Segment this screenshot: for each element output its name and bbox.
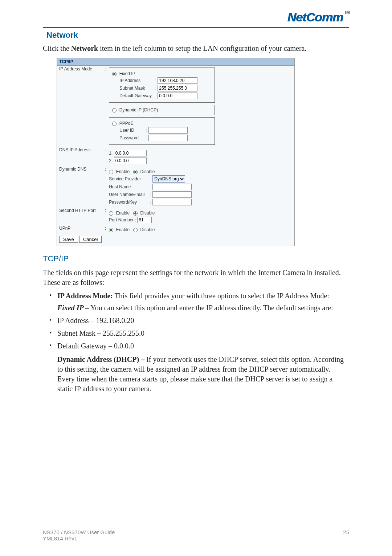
upnp-disable-radio[interactable]: [133, 228, 138, 232]
dns-label: DNS IP Address: [57, 147, 103, 166]
bullet-ip-mode-bold: IP Address Mode:: [57, 292, 113, 300]
http2-enable-radio[interactable]: [109, 211, 113, 216]
dns2-num: 2.: [109, 158, 113, 163]
header-rule: [43, 27, 349, 28]
heading-tcpip: TCP/IP: [43, 254, 349, 263]
http2-disable-radio[interactable]: [133, 211, 138, 216]
http2-enable-label: Enable: [116, 210, 130, 216]
page-number: 25: [343, 529, 349, 535]
ddns-disable-label: Disable: [140, 169, 155, 174]
default-gateway-label: Default Gateway: [119, 93, 154, 98]
ddns-key-label: Password/Key: [109, 200, 149, 205]
bullet-gateway: Default Gateway – 0.0.0.0 Dynamic Addres…: [48, 341, 349, 394]
dns1-input[interactable]: [114, 150, 147, 156]
dns1-num: 1.: [109, 151, 113, 156]
bullet-ipaddr: IP Address – 192.168.0.20: [48, 316, 349, 326]
intro-prefix: Click the: [43, 44, 71, 52]
ddns-sp-select[interactable]: DynDNS.org: [152, 175, 185, 183]
pppoe-password-label: Password: [119, 135, 145, 140]
tab-tcpip[interactable]: TCP/IP: [57, 58, 294, 66]
bullet-ip-mode-text: This field provides your with three opti…: [113, 292, 329, 300]
pppoe-userid-input[interactable]: [148, 127, 188, 134]
fixed-ip-panel: Fixed IP IP Address : Subnet Mask :: [109, 68, 215, 103]
bullet-dhcp-bold: Dynamic Address (DHCP) –: [57, 355, 144, 363]
tcpip-intro: The fields on this page represent the se…: [43, 268, 349, 287]
pppoe-radio[interactable]: [112, 122, 117, 126]
intro-bold: Network: [71, 44, 98, 52]
bullet-fixedip-bold: Fixed IP –: [57, 304, 89, 312]
page-footer: 25 NS370 / NS370W User Guide YML814 Rev1: [43, 526, 349, 541]
upnp-enable-label: Enable: [116, 227, 130, 232]
ddns-enable-radio[interactable]: [109, 170, 113, 174]
fixed-ip-radio-label: Fixed IP: [119, 71, 135, 76]
tcpip-bullets: IP Address Mode: This field provides you…: [48, 291, 349, 394]
dhcp-radio[interactable]: [112, 108, 117, 113]
dhcp-panel: Dynamic IP (DHCP): [109, 105, 215, 115]
ddns-sp-label: Service Provider: [109, 176, 149, 181]
intro-suffix: item in the left column to setup the LAN…: [98, 44, 306, 52]
heading-network: Network: [46, 30, 349, 40]
ddns-disable-radio[interactable]: [133, 170, 138, 174]
brand-name: NetComm: [287, 10, 343, 24]
bullet-fixedip-text: You can select this option and enter the…: [89, 304, 333, 312]
ip-address-label: IP Address: [119, 78, 154, 83]
pppoe-password-input[interactable]: [148, 135, 188, 141]
ddns-host-input[interactable]: [152, 184, 192, 190]
ddns-key-input[interactable]: [152, 199, 192, 205]
ip-mode-label: IP Address Mode: [57, 66, 103, 147]
config-screenshot: TCP/IP IP Address Mode : Fixed IP IP: [57, 58, 295, 246]
http2-port-input[interactable]: [137, 217, 152, 223]
dhcp-radio-label: Dynamic IP (DHCP): [119, 107, 158, 113]
http2-label: Second HTTP Port: [57, 207, 103, 225]
footer-line2: YML814 Rev1: [43, 535, 349, 541]
cancel-button[interactable]: Cancel: [79, 236, 102, 243]
brand-tm: TM: [344, 10, 349, 15]
footer-line1: NS370 / NS370W User Guide: [43, 529, 349, 535]
intro-paragraph: Click the Network item in the left colum…: [43, 44, 349, 53]
upnp-label: UPnP: [57, 225, 103, 233]
dns2-input[interactable]: [114, 158, 147, 164]
bullet-gateway-text: Default Gateway – 0.0.0.0: [57, 342, 134, 350]
bullet-ip-mode: IP Address Mode: This field provides you…: [48, 291, 349, 313]
upnp-disable-label: Disable: [140, 227, 155, 232]
bullet-subnet: Subnet Mask – 255.255.255.0: [48, 328, 349, 338]
upnp-enable-radio[interactable]: [109, 228, 113, 232]
pppoe-userid-label: User ID: [119, 128, 145, 133]
ddns-user-label: User Name/E-mail: [109, 192, 149, 197]
pppoe-radio-label: PPPoE: [119, 121, 134, 126]
pppoe-panel: PPPoE User ID : Password :: [109, 117, 215, 145]
fixed-ip-radio[interactable]: [112, 72, 117, 76]
ddns-enable-label: Enable: [116, 169, 130, 174]
ip-address-input[interactable]: [158, 77, 197, 84]
http2-port-label: Port Number: [109, 217, 134, 222]
default-gateway-input[interactable]: [158, 93, 197, 99]
ddns-user-input[interactable]: [152, 191, 192, 198]
subnet-mask-input[interactable]: [158, 85, 197, 91]
http2-disable-label: Disable: [140, 210, 155, 216]
brand-logo: NetCommTM: [287, 10, 349, 24]
ddns-label: Dynamic DNS: [57, 166, 103, 207]
save-button[interactable]: Save: [59, 236, 78, 243]
ddns-host-label: Host Name: [109, 184, 149, 189]
subnet-mask-label: Subnet Mask: [119, 86, 154, 91]
